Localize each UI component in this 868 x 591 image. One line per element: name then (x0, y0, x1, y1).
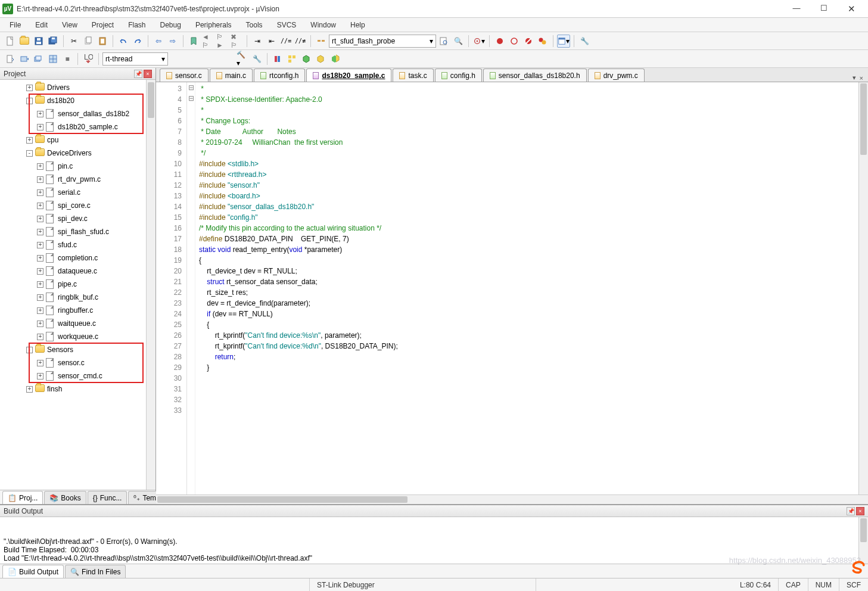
stop-build-icon[interactable]: ■ (61, 52, 74, 66)
debug-icon[interactable]: ▾ (472, 35, 486, 48)
copy-icon[interactable] (82, 35, 95, 48)
tree-folder[interactable]: -Sensors (0, 343, 155, 356)
tabs-menu-icon[interactable]: ▾ (853, 74, 856, 82)
indent-icon[interactable]: ⇥ (251, 35, 264, 48)
tree-file[interactable]: +completion.c (0, 251, 155, 265)
tree-expander-icon[interactable]: + (37, 334, 43, 340)
tree-file[interactable]: +sfud.c (0, 238, 155, 251)
search-combo[interactable]: rt_sfud_flash_probe▾ (329, 35, 436, 48)
tree-expander-icon[interactable]: + (37, 189, 43, 196)
editor-tab[interactable]: task.c (393, 69, 433, 82)
tree-file[interactable]: +sensor.c (0, 356, 155, 369)
tree-expander-icon[interactable]: + (37, 242, 43, 248)
tree-expander-icon[interactable]: + (37, 229, 43, 235)
tree-expander-icon[interactable]: + (37, 124, 43, 130)
paste-icon[interactable] (96, 35, 109, 48)
tree-expander-icon[interactable]: + (37, 176, 43, 183)
tree-folder[interactable]: -DeviceDrivers (0, 147, 155, 160)
tree-expander-icon[interactable]: + (37, 163, 43, 170)
tree-file[interactable]: +rt_drv_pwm.c (0, 173, 155, 186)
breakpoint-kill-icon[interactable] (536, 35, 549, 48)
bookmark-prev-icon[interactable]: ◄🏳 (201, 35, 214, 48)
tree-file[interactable]: +spi_dev.c (0, 212, 155, 225)
breakpoint-disable-icon[interactable] (522, 35, 535, 48)
tree-expander-icon[interactable]: + (37, 268, 43, 275)
breakpoint-enable-icon[interactable] (508, 35, 521, 48)
bookmark-clear-icon[interactable]: ✖🏳 (230, 35, 243, 48)
tree-file[interactable]: +sensor_cmd.c (0, 369, 155, 382)
save-all-icon[interactable] (46, 35, 60, 48)
panel-pin-icon[interactable]: 📌 (134, 70, 142, 78)
undo-icon[interactable] (117, 35, 130, 48)
translate-icon[interactable] (4, 52, 17, 66)
proj-tab-books[interactable]: 📚Books (44, 491, 86, 504)
build-pin-icon[interactable]: 📌 (847, 507, 855, 515)
rebuild-icon[interactable] (32, 52, 45, 66)
tree-file[interactable]: +spi_core.c (0, 199, 155, 212)
menu-flash[interactable]: Flash (121, 19, 153, 31)
menu-debug[interactable]: Debug (153, 19, 188, 31)
panel-close-icon[interactable]: × (144, 70, 152, 78)
output-tab[interactable]: 📄Build Output (2, 565, 64, 578)
menu-file[interactable]: File (2, 19, 28, 31)
nav-back-icon[interactable]: ⇦ (152, 35, 165, 48)
tree-expander-icon[interactable]: + (37, 294, 43, 301)
menu-project[interactable]: Project (85, 19, 121, 31)
cut-icon[interactable]: ✂ (67, 35, 80, 48)
download-icon[interactable]: LOAD (82, 52, 95, 66)
build-icon[interactable] (18, 52, 31, 66)
tree-file[interactable]: +dataqueue.c (0, 265, 155, 278)
open-file-icon[interactable] (18, 35, 31, 48)
bookmark-next-icon[interactable]: 🏳► (216, 35, 229, 48)
tree-expander-icon[interactable]: + (37, 281, 43, 288)
find-icon[interactable] (437, 35, 450, 48)
tree-expander-icon[interactable]: - (26, 150, 33, 157)
tree-file[interactable]: +ds18b20_sample.c (0, 120, 155, 133)
find-in-files-icon[interactable]: 🔍 (452, 35, 465, 48)
close-tab-icon[interactable]: × (860, 74, 863, 82)
menu-edit[interactable]: Edit (28, 19, 55, 31)
window-layout-icon[interactable]: ▾ (557, 35, 570, 48)
tree-expander-icon[interactable]: + (37, 203, 43, 209)
target-options-icon[interactable]: 🔧 (250, 52, 263, 66)
tree-expander-icon[interactable]: + (37, 360, 43, 366)
new-file-icon[interactable] (4, 35, 17, 48)
tree-file[interactable]: +pin.c (0, 160, 155, 173)
close-button[interactable]: ✕ (843, 4, 860, 14)
tree-folder[interactable]: +finsh (0, 382, 155, 396)
menu-window[interactable]: Window (303, 19, 343, 31)
pack-installer-icon[interactable] (328, 52, 341, 66)
tree-file[interactable]: +sensor_dallas_ds18b2 (0, 107, 155, 120)
editor-hscroll[interactable] (156, 494, 868, 504)
build-output-text[interactable]: ".\build\keil\Obj\rt-thread.axf" - 0 Err… (0, 517, 868, 564)
options-target-icon[interactable]: 🔨▾ (236, 52, 249, 66)
editor-vscroll[interactable] (858, 82, 868, 494)
editor-tab[interactable]: main.c (210, 69, 253, 82)
target-combo[interactable]: rt-thread▾ (102, 52, 168, 66)
editor-tab[interactable]: rtconfig.h (254, 69, 305, 82)
breakpoint-insert-icon[interactable] (493, 35, 506, 48)
build-vscroll[interactable] (858, 517, 868, 564)
tree-expander-icon[interactable]: + (26, 85, 33, 91)
tree-expander-icon[interactable]: + (37, 216, 43, 222)
editor-tab[interactable]: ds18b20_sample.c (306, 69, 391, 82)
outdent-icon[interactable]: ⇤ (265, 35, 278, 48)
tree-file[interactable]: +serial.c (0, 186, 155, 199)
tree-expander-icon[interactable]: + (26, 386, 33, 393)
code-content[interactable]: * * SPDX-License-Identifier: Apache-2.0 … (195, 82, 868, 494)
save-icon[interactable] (32, 35, 45, 48)
menu-help[interactable]: Help (343, 19, 372, 31)
manage-rtos-icon[interactable] (300, 52, 313, 66)
editor-tab[interactable]: sensor.c (160, 69, 209, 82)
editor-tab[interactable]: sensor_dallas_ds18b20.h (483, 69, 587, 82)
output-tab[interactable]: 🔍Find In Files (65, 565, 126, 578)
tree-file[interactable]: +ringbuffer.c (0, 304, 155, 317)
tree-file[interactable]: +ringblk_buf.c (0, 291, 155, 304)
tree-expander-icon[interactable]: + (37, 255, 43, 262)
comment-icon[interactable]: //≡ (279, 35, 293, 48)
menu-tools[interactable]: Tools (239, 19, 270, 31)
bookmark-toggle-icon[interactable] (187, 35, 200, 48)
manage-components-icon[interactable] (285, 52, 298, 66)
tree-expander-icon[interactable]: - (26, 98, 33, 104)
manage-books-icon[interactable] (271, 52, 284, 66)
